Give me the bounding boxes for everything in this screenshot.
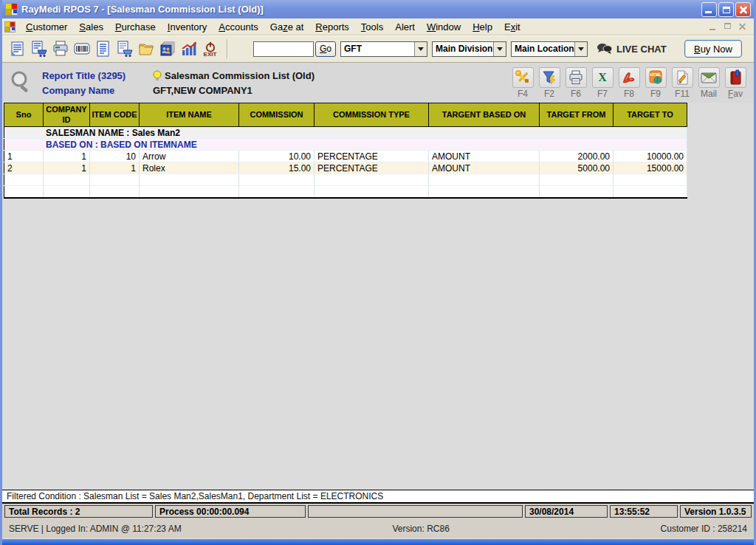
mail-button[interactable]: Mail (696, 67, 721, 99)
bulb-icon (153, 70, 162, 82)
main-toolbar: EXIT Go GFT Main Division Main Location … (2, 35, 754, 63)
report-list-icon[interactable] (92, 38, 114, 60)
invoice-icon[interactable] (7, 38, 28, 60)
purchase-cart-icon[interactable] (114, 38, 135, 60)
favorites-book-icon (725, 67, 746, 88)
buy-now-button[interactable]: Buy Now (684, 40, 742, 58)
search-input[interactable] (253, 41, 314, 57)
customers-icon[interactable] (157, 38, 178, 60)
go-button[interactable]: Go (315, 41, 336, 57)
menu-reports[interactable]: Reports (309, 20, 355, 34)
company-dropdown[interactable]: GFT (340, 41, 427, 57)
company-name-value: GFT,NEW COMPANY1 (153, 85, 315, 96)
col-target-from: TARGET FROM (540, 103, 614, 127)
exit-icon-label: EXIT (204, 52, 217, 57)
filter-f2-button[interactable]: F2 (537, 67, 562, 99)
status-spacer (308, 505, 523, 518)
chart-icon[interactable] (178, 38, 199, 60)
export-html-f9-button[interactable]: HTML F9 (643, 67, 668, 99)
grid-version: Version 1.0.3.5 (680, 505, 752, 518)
location-dropdown-value: Main Location (512, 44, 574, 54)
app-version-text: Version: RC86 (182, 524, 661, 534)
report-actions: F4 F2 F6 X F7 F8 HTML F9 (510, 67, 749, 99)
chevron-down-icon[interactable] (414, 42, 427, 56)
division-dropdown[interactable]: Main Division (432, 41, 506, 57)
location-dropdown[interactable]: Main Location (511, 41, 588, 57)
menu-exit[interactable]: Exit (498, 20, 526, 34)
mdi-close-icon[interactable] (737, 21, 749, 32)
process-time: Process 00:00:00.094 (155, 505, 306, 518)
chevron-down-icon[interactable] (493, 42, 506, 56)
col-company-id: COMPANY ID (44, 103, 90, 127)
export-excel-f7-button[interactable]: X F7 (590, 67, 615, 99)
chat-bubbles-icon (597, 43, 613, 55)
table-header-row: Sno COMPANY ID ITEM CODE ITEM NAME COMMI… (4, 103, 687, 127)
mdi-system-icon[interactable] (4, 21, 16, 32)
printer-icon (566, 67, 587, 88)
logged-in-text: SERVE | Logged In: ADMIN @ 11:27:23 AM (9, 524, 182, 534)
menu-purchase[interactable]: Purchase (109, 20, 162, 34)
menu-accounts[interactable]: Accounts (213, 20, 264, 34)
filter-icon (539, 67, 560, 88)
report-title-value: Salesman Commission List (Old) (153, 70, 315, 82)
toolbar-separator (227, 39, 228, 58)
menu-sales[interactable]: Sales (73, 20, 109, 34)
pdf-icon (619, 67, 640, 88)
svg-text:X: X (598, 71, 607, 83)
folder-icon[interactable] (135, 38, 157, 60)
division-dropdown-value: Main Division (433, 44, 493, 54)
status-time: 13:55:52 (610, 505, 678, 518)
table-row[interactable]: 2 1 1 Rolex 15.00 PERCENTAGE AMOUNT 5000… (4, 162, 687, 174)
favorites-button[interactable]: Fav (723, 67, 748, 99)
col-target-to: TARGET TO (614, 103, 687, 127)
menu-bar: Customer Sales Purchase Inventory Accoun… (2, 18, 754, 35)
sales-cart-icon[interactable] (28, 38, 49, 60)
mdi-restore-icon[interactable] (722, 21, 734, 32)
export-pdf-f8-button[interactable]: F8 (616, 67, 642, 99)
menu-customer[interactable]: Customer (20, 20, 73, 34)
col-target-based-on: TARGENT BASED ON (429, 103, 540, 127)
menu-gaze-at[interactable]: Gaze at (264, 20, 310, 34)
col-item-name: ITEM NAME (140, 103, 239, 127)
filtered-condition-bar: Filtered Condition : Salesman List = Sal… (2, 490, 754, 503)
live-chat-button[interactable]: LIVE CHAT (597, 43, 667, 55)
close-button[interactable] (735, 2, 751, 17)
minimize-button[interactable] (701, 2, 717, 17)
col-commission-type: COMMISSION TYPE (315, 103, 429, 127)
mdi-minimize-icon[interactable] (707, 21, 719, 32)
search-icon (7, 68, 35, 97)
svg-text:HTML: HTML (650, 72, 662, 77)
col-commission: COMMISSION (239, 103, 315, 127)
table-row[interactable]: 1 1 10 Arrow 10.00 PERCENTAGE AMOUNT 200… (4, 151, 687, 162)
empty-row (4, 186, 687, 198)
print-icon[interactable] (49, 38, 71, 60)
settings-f4-button[interactable]: F4 (510, 67, 535, 99)
customer-id-text: Customer ID : 258214 (661, 524, 747, 534)
exit-icon[interactable]: EXIT (199, 38, 221, 60)
edit-document-icon (672, 67, 693, 88)
excel-icon: X (592, 67, 614, 88)
barcode-icon[interactable] (71, 38, 92, 60)
menu-alert[interactable]: Alert (389, 20, 421, 34)
edit-f11-button[interactable]: F11 (670, 67, 695, 99)
filtered-condition-text: Filtered Condition : Salesman List = Sal… (7, 491, 383, 501)
empty-row (4, 174, 687, 186)
group-row-salesman: SALESMAN NAME : Sales Man2 (4, 127, 687, 139)
menu-window[interactable]: Window (421, 20, 467, 34)
menu-help[interactable]: Help (467, 20, 498, 34)
menu-inventory[interactable]: Inventory (162, 20, 213, 34)
chevron-down-icon[interactable] (574, 42, 587, 56)
report-header: Report Title (3295) Salesman Commission … (2, 63, 754, 103)
print-f6-button[interactable]: F6 (563, 67, 588, 99)
status-bar: Total Records : 2 Process 00:00:00.094 3… (2, 503, 754, 519)
col-sno: Sno (4, 103, 44, 127)
tools-icon (512, 67, 534, 88)
group-row-based-on: BASED ON : BASED ON ITEMNAME (4, 139, 687, 151)
restore-button[interactable] (718, 2, 734, 17)
html-icon: HTML (645, 67, 667, 88)
report-content: Sno COMPANY ID ITEM CODE ITEM NAME COMMI… (2, 103, 754, 490)
menu-tools[interactable]: Tools (355, 20, 389, 34)
app-window: RayMedi RPOS 7 - [Salesman Commission Li… (0, 0, 756, 545)
company-name-label: Company Name (42, 85, 153, 96)
app-logo-icon (5, 3, 18, 16)
